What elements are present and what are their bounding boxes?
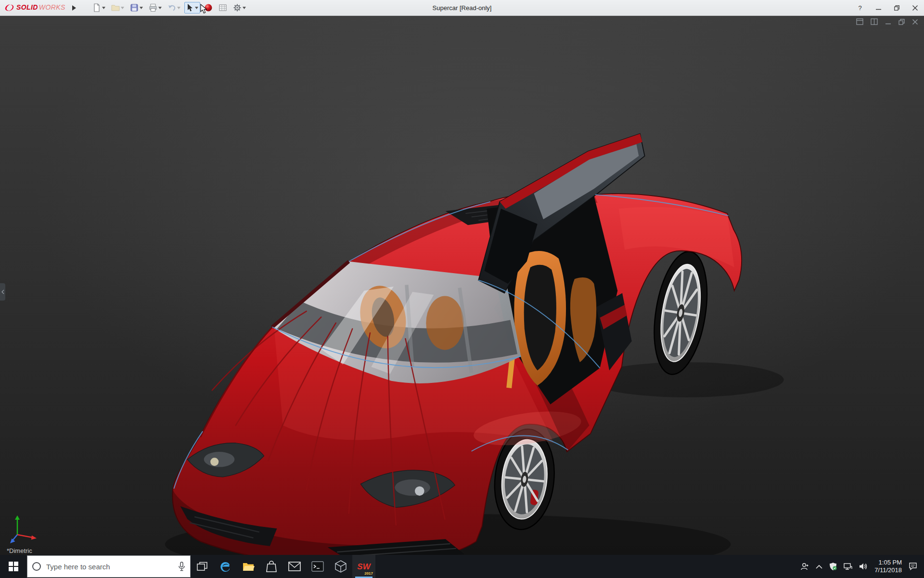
minimize-icon <box>876 5 881 11</box>
defender-shield-icon <box>829 562 837 571</box>
seat-through-glass-right <box>426 296 463 350</box>
new-document-icon <box>92 3 101 12</box>
taskbar-edge[interactable] <box>214 555 237 578</box>
triad-z-axis <box>10 539 15 543</box>
titlebar: SOLIDWORKS <box>0 0 924 16</box>
undo-button[interactable] <box>166 2 182 13</box>
solidworks-app-icon: SW <box>357 563 370 571</box>
save-floppy-icon <box>130 3 139 12</box>
taskbar-search[interactable] <box>27 555 191 578</box>
orientation-triad[interactable] <box>9 513 39 544</box>
headlight-right-projector <box>415 486 424 496</box>
quick-toolbar <box>90 2 248 13</box>
options-button[interactable] <box>231 2 248 13</box>
new-document-button[interactable] <box>90 2 107 13</box>
taskbar-cad-viewer[interactable] <box>329 555 352 578</box>
triad-x-axis <box>31 536 37 540</box>
system-tray: 1:05 PM 7/11/2018 <box>800 555 924 578</box>
headlight-left-lens <box>204 452 235 467</box>
rear-wheel <box>646 248 715 378</box>
taskbar-file-explorer[interactable] <box>237 555 260 578</box>
open-document-button[interactable] <box>109 2 126 13</box>
mouse-pointer-cursor <box>200 4 207 14</box>
window-controls: ? <box>851 0 924 15</box>
task-view-button[interactable] <box>191 555 214 578</box>
search-input[interactable] <box>45 562 174 571</box>
taskbar-solidworks[interactable]: SW 2017 <box>352 555 375 578</box>
people-button[interactable] <box>800 562 809 571</box>
dropdown-caret-icon[interactable] <box>121 7 124 9</box>
action-center-icon <box>909 562 917 571</box>
split-window-icon[interactable] <box>871 18 878 25</box>
gear-icon <box>233 3 242 12</box>
view-orientation-label: *Dimetric <box>7 547 32 554</box>
cube-app-icon <box>335 560 346 573</box>
restore-icon <box>894 5 899 11</box>
show-hidden-icons-button[interactable] <box>816 565 822 569</box>
people-icon <box>800 562 809 571</box>
play-arrow-icon <box>72 5 76 11</box>
volume-tray-button[interactable] <box>859 563 868 570</box>
close-button[interactable] <box>906 0 924 15</box>
maximize-button[interactable] <box>887 0 906 15</box>
microphone-icon[interactable] <box>178 562 185 571</box>
action-center-button[interactable] <box>909 562 917 571</box>
solidworks-logo: SOLIDWORKS <box>4 3 65 12</box>
taskbar-store[interactable] <box>260 555 283 578</box>
close-icon <box>912 5 918 11</box>
document-window-controls <box>856 18 918 25</box>
select-tool-button[interactable] <box>184 2 200 13</box>
minimize-button[interactable] <box>869 0 887 15</box>
print-button[interactable] <box>147 2 164 13</box>
dropdown-caret-icon[interactable] <box>158 7 162 9</box>
clock-date: 7/11/2018 <box>874 566 902 574</box>
network-tray-button[interactable] <box>844 563 852 570</box>
brand-solid: SOLID <box>16 3 38 11</box>
file-explorer-icon <box>242 560 255 573</box>
chevron-up-icon <box>816 565 822 569</box>
brand-works: WORKS <box>39 3 65 11</box>
edge-browser-icon <box>219 560 231 573</box>
mail-icon <box>288 562 301 571</box>
dropdown-caret-icon[interactable] <box>140 7 143 9</box>
help-button[interactable]: ? <box>851 0 869 15</box>
select-cursor-icon <box>186 3 194 12</box>
graphics-viewport[interactable]: *Dimetric <box>0 15 924 555</box>
headlight-left-projector <box>210 458 218 466</box>
new-window-icon[interactable] <box>856 18 863 25</box>
printer-icon <box>149 3 157 12</box>
store-icon <box>266 560 277 573</box>
undo-arrow-icon <box>167 3 176 12</box>
cortana-icon <box>32 562 41 571</box>
doc-restore-icon[interactable] <box>898 19 905 25</box>
security-tray-button[interactable] <box>829 562 837 571</box>
task-view-icon <box>197 562 207 571</box>
triad-y-axis <box>15 515 20 520</box>
save-button[interactable] <box>128 2 145 13</box>
dropdown-caret-icon[interactable] <box>177 7 180 9</box>
dropdown-caret-icon[interactable] <box>102 7 105 9</box>
solidworks-year-badge: 2017 <box>364 571 373 576</box>
open-folder-icon <box>111 3 120 12</box>
clock-time: 1:05 PM <box>874 559 902 566</box>
doc-close-icon[interactable] <box>912 19 918 25</box>
headlight-right-lens <box>395 479 430 496</box>
doc-minimize-icon[interactable] <box>885 19 891 25</box>
dropdown-caret-icon[interactable] <box>243 7 246 9</box>
console-icon <box>311 561 324 572</box>
dropdown-caret-icon[interactable] <box>195 7 198 9</box>
taskbar-console[interactable] <box>306 555 329 578</box>
sheet-table-icon <box>218 3 227 12</box>
start-button[interactable] <box>0 555 27 578</box>
drawing-sheet-button[interactable] <box>217 2 229 13</box>
network-icon <box>844 563 852 570</box>
windows-logo-icon <box>9 562 18 571</box>
dassault-mark-icon <box>4 3 15 12</box>
speaker-icon <box>859 563 868 570</box>
windows-taskbar: SW 2017 <box>0 555 924 578</box>
taskbar-mail[interactable] <box>283 555 306 578</box>
3d-model-supercar[interactable] <box>0 15 924 555</box>
menu-expand-arrow[interactable] <box>70 4 78 12</box>
taskbar-clock[interactable]: 1:05 PM 7/11/2018 <box>874 559 902 574</box>
